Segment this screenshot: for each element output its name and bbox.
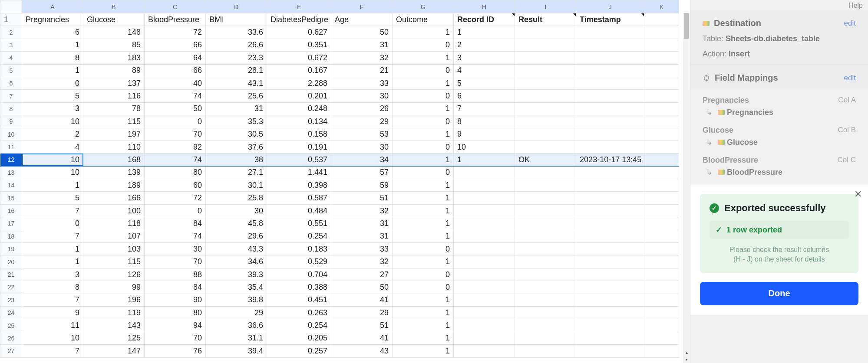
cell-D18[interactable]: 29.6 [206,230,267,242]
cell-C16[interactable]: 0 [145,204,206,217]
row-header[interactable]: 3 [0,39,22,51]
col-header-B[interactable]: B [83,0,145,13]
cell-E24[interactable]: 0.263 [267,306,331,319]
cell-A27[interactable]: 7 [22,345,83,357]
cell-B26[interactable]: 125 [83,332,145,344]
row-header[interactable]: 1 [0,13,22,26]
cell-I11[interactable] [515,141,576,153]
cell-B16[interactable]: 100 [83,204,145,217]
cell-A3[interactable]: 1 [22,39,83,51]
row-header[interactable]: 7 [0,90,22,102]
col-header-E[interactable]: E [267,0,331,13]
cell-F24[interactable]: 29 [331,306,393,319]
cell-E19[interactable]: 0.183 [267,243,331,255]
cell-D19[interactable]: 43.3 [206,243,267,255]
cell-A14[interactable]: 1 [22,179,83,192]
cell-F9[interactable]: 29 [331,115,393,128]
cell-C12[interactable]: 74 [145,154,206,166]
spreadsheet-grid[interactable]: ABCDEFGHIJK1PregnanciesGlucoseBloodPress… [0,0,679,358]
cell-I3[interactable] [515,39,576,51]
row-header[interactable]: 16 [0,204,22,217]
row-header[interactable]: 4 [0,52,22,64]
row-header[interactable]: 21 [0,268,22,281]
cell-E15[interactable]: 0.587 [267,192,331,204]
cell-I23[interactable] [515,294,576,306]
cell-C10[interactable]: 70 [145,128,206,141]
cell-E26[interactable]: 0.205 [267,332,331,344]
cell-H25[interactable] [454,319,515,332]
cell-B7[interactable]: 116 [83,90,145,102]
cell-H7[interactable]: 6 [454,90,515,102]
done-button[interactable]: Done [700,282,858,305]
cell-B3[interactable]: 85 [83,39,145,51]
cell-F7[interactable]: 30 [331,90,393,102]
cell-I16[interactable] [515,204,576,217]
cell-J3[interactable] [576,39,644,51]
cell-D4[interactable]: 23.3 [206,52,267,64]
scroll-down-icon[interactable]: ▾ [683,356,690,363]
cell-H21[interactable] [454,268,515,281]
cell-A23[interactable]: 7 [22,294,83,306]
row-header[interactable]: 22 [0,281,22,294]
row-header[interactable]: 11 [0,141,22,153]
cell-G20[interactable]: 1 [393,255,454,268]
cell-H16[interactable] [454,204,515,217]
cell-D16[interactable]: 30 [206,204,267,217]
cell-J23[interactable] [576,294,644,306]
cell-G24[interactable]: 1 [393,306,454,319]
cell-J20[interactable] [576,255,644,268]
cell-D23[interactable]: 39.8 [206,294,267,306]
cell-G10[interactable]: 1 [393,128,454,141]
cell-G2[interactable]: 1 [393,26,454,39]
cell-G27[interactable]: 1 [393,345,454,357]
cell-J13[interactable] [576,166,644,179]
cell-K20[interactable] [644,255,679,268]
row-header[interactable]: 18 [0,230,22,242]
cell-G4[interactable]: 1 [393,52,454,64]
cell-B22[interactable]: 99 [83,281,145,294]
cell-K21[interactable] [644,268,679,281]
row-header[interactable]: 20 [0,255,22,268]
cell-A17[interactable]: 0 [22,217,83,230]
cell-K16[interactable] [644,204,679,217]
cell-K3[interactable] [644,39,679,51]
cell-B21[interactable]: 126 [83,268,145,281]
cell-H6[interactable]: 5 [454,77,515,89]
cell-E5[interactable]: 0.167 [267,64,331,77]
cell-I14[interactable] [515,179,576,192]
cell-J9[interactable] [576,115,644,128]
cell-A22[interactable]: 8 [22,281,83,294]
cell-H20[interactable] [454,255,515,268]
col-header-I[interactable]: I [515,0,576,13]
cell-H12[interactable]: 1 [454,154,515,166]
cell-K4[interactable] [644,52,679,64]
cell-B25[interactable]: 143 [83,319,145,332]
cell-H8[interactable]: 7 [454,102,515,115]
cell-F18[interactable]: 31 [331,230,393,242]
cell-E22[interactable]: 0.388 [267,281,331,294]
cell-D12[interactable]: 38 [206,154,267,166]
cell-B17[interactable]: 118 [83,217,145,230]
cell-F17[interactable]: 31 [331,217,393,230]
row-header[interactable]: 26 [0,332,22,344]
cell-K1[interactable] [644,13,679,26]
cell-G21[interactable]: 0 [393,268,454,281]
cell-F12[interactable]: 34 [331,154,393,166]
cell-E17[interactable]: 0.551 [267,217,331,230]
cell-C25[interactable]: 94 [145,319,206,332]
cell-F20[interactable]: 32 [331,255,393,268]
row-header[interactable]: 5 [0,64,22,77]
cell-J10[interactable] [576,128,644,141]
cell-D6[interactable]: 43.1 [206,77,267,89]
cell-A24[interactable]: 9 [22,306,83,319]
cell-C17[interactable]: 84 [145,217,206,230]
cell-C13[interactable]: 80 [145,166,206,179]
cell-A8[interactable]: 3 [22,102,83,115]
cell-C8[interactable]: 50 [145,102,206,115]
cell-D5[interactable]: 28.1 [206,64,267,77]
cell-B18[interactable]: 107 [83,230,145,242]
col-header-J[interactable]: J [576,0,644,13]
cell-K15[interactable] [644,192,679,204]
cell-B14[interactable]: 189 [83,179,145,192]
cell-J2[interactable] [576,26,644,39]
